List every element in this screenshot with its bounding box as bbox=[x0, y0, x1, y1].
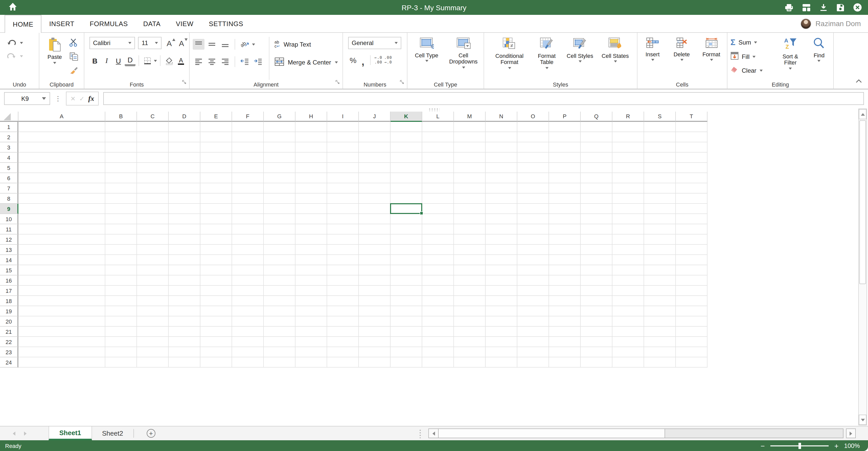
cell-F10[interactable] bbox=[232, 214, 264, 224]
cell-O15[interactable] bbox=[517, 265, 549, 275]
cut-icon[interactable] bbox=[69, 38, 78, 49]
merge-center-caret[interactable] bbox=[335, 61, 338, 63]
cell-E16[interactable] bbox=[200, 275, 232, 286]
cell-G15[interactable] bbox=[264, 265, 296, 275]
redo-button[interactable] bbox=[7, 53, 36, 59]
cell-N21[interactable] bbox=[486, 327, 517, 337]
cell-J8[interactable] bbox=[359, 194, 391, 204]
cell-G20[interactable] bbox=[264, 316, 296, 327]
cell-D11[interactable] bbox=[169, 224, 200, 234]
cell-T12[interactable] bbox=[676, 234, 708, 245]
vertical-scroll-thumb[interactable] bbox=[859, 120, 866, 284]
cell-D15[interactable] bbox=[169, 265, 200, 275]
cell-P2[interactable] bbox=[549, 132, 581, 142]
column-header-I[interactable]: I bbox=[327, 112, 359, 122]
cell-D14[interactable] bbox=[169, 255, 200, 265]
cell-B17[interactable] bbox=[105, 286, 137, 296]
cell-R17[interactable] bbox=[612, 286, 644, 296]
cell-T1[interactable] bbox=[676, 122, 708, 132]
cell-T3[interactable] bbox=[676, 142, 708, 152]
cell-G10[interactable] bbox=[264, 214, 296, 224]
cell-N17[interactable] bbox=[486, 286, 517, 296]
cell-I14[interactable] bbox=[327, 255, 359, 265]
align-left-button[interactable] bbox=[193, 56, 205, 67]
zoom-out-button[interactable]: − bbox=[761, 442, 765, 449]
cell-N5[interactable] bbox=[486, 163, 517, 173]
cell-B9[interactable] bbox=[105, 204, 137, 214]
cell-R9[interactable] bbox=[612, 204, 644, 214]
cell-I6[interactable] bbox=[327, 173, 359, 183]
cell-type-caret[interactable] bbox=[425, 60, 428, 62]
cell-D13[interactable] bbox=[169, 245, 200, 255]
cell-E9[interactable] bbox=[200, 204, 232, 214]
fill-color-button[interactable] bbox=[163, 55, 174, 66]
cell-F24[interactable] bbox=[232, 357, 264, 368]
font-name-select[interactable]: Calibri bbox=[89, 37, 135, 49]
save-icon[interactable] bbox=[836, 3, 844, 11]
cell-M1[interactable] bbox=[454, 122, 486, 132]
cell-I16[interactable] bbox=[327, 275, 359, 286]
cell-T6[interactable] bbox=[676, 173, 708, 183]
cell-type-button[interactable]: ⚙ Cell Type bbox=[411, 37, 442, 80]
cell-N1[interactable] bbox=[486, 122, 517, 132]
cell-M12[interactable] bbox=[454, 234, 486, 245]
paste-caret[interactable] bbox=[53, 62, 56, 64]
cell-P7[interactable] bbox=[549, 183, 581, 194]
cell-F7[interactable] bbox=[232, 183, 264, 194]
cell-A10[interactable] bbox=[19, 214, 105, 224]
cell-T21[interactable] bbox=[676, 327, 708, 337]
cell-S21[interactable] bbox=[644, 327, 676, 337]
cell-P21[interactable] bbox=[549, 327, 581, 337]
sort-filter-button[interactable]: AZ Sort & Filter bbox=[776, 37, 805, 80]
cell-I2[interactable] bbox=[327, 132, 359, 142]
cell-O18[interactable] bbox=[517, 296, 549, 306]
cell-T15[interactable] bbox=[676, 265, 708, 275]
cell-B14[interactable] bbox=[105, 255, 137, 265]
cell-A5[interactable] bbox=[19, 163, 105, 173]
cell-A3[interactable] bbox=[19, 142, 105, 152]
cell-T22[interactable] bbox=[676, 337, 708, 347]
cell-H2[interactable] bbox=[296, 132, 327, 142]
cell-J23[interactable] bbox=[359, 347, 391, 357]
cell-C12[interactable] bbox=[137, 234, 169, 245]
select-all-corner[interactable] bbox=[0, 112, 19, 122]
row-header-4[interactable]: 4 bbox=[0, 152, 19, 163]
cell-E15[interactable] bbox=[200, 265, 232, 275]
zoom-slider[interactable] bbox=[770, 445, 829, 446]
cell-L22[interactable] bbox=[422, 337, 454, 347]
cell-O20[interactable] bbox=[517, 316, 549, 327]
cell-P17[interactable] bbox=[549, 286, 581, 296]
align-right-button[interactable] bbox=[219, 56, 231, 67]
format-table-caret[interactable] bbox=[545, 67, 548, 69]
cell-C24[interactable] bbox=[137, 357, 169, 368]
cell-O1[interactable] bbox=[517, 122, 549, 132]
cell-P24[interactable] bbox=[549, 357, 581, 368]
scroll-down-button[interactable] bbox=[859, 415, 866, 425]
close-icon[interactable] bbox=[853, 3, 862, 12]
cell-F18[interactable] bbox=[232, 296, 264, 306]
cell-J4[interactable] bbox=[359, 152, 391, 163]
cell-H19[interactable] bbox=[296, 306, 327, 316]
tab-view[interactable]: VIEW bbox=[168, 15, 201, 32]
cell-C22[interactable] bbox=[137, 337, 169, 347]
increase-indent-button[interactable] bbox=[252, 56, 264, 67]
cell-R16[interactable] bbox=[612, 275, 644, 286]
cell-E4[interactable] bbox=[200, 152, 232, 163]
cell-L15[interactable] bbox=[422, 265, 454, 275]
cell-S13[interactable] bbox=[644, 245, 676, 255]
column-header-A[interactable]: A bbox=[19, 112, 105, 122]
zoom-in-button[interactable]: + bbox=[834, 442, 838, 449]
double-underline-button[interactable]: D bbox=[125, 55, 135, 66]
tab-formulas[interactable]: FORMULAS bbox=[82, 15, 135, 32]
cell-F17[interactable] bbox=[232, 286, 264, 296]
font-size-select[interactable]: 11 bbox=[138, 37, 161, 49]
cell-states-button[interactable]: Cell States bbox=[598, 37, 632, 80]
cell-M8[interactable] bbox=[454, 194, 486, 204]
cell-S3[interactable] bbox=[644, 142, 676, 152]
cell-G11[interactable] bbox=[264, 224, 296, 234]
row-header-6[interactable]: 6 bbox=[0, 173, 19, 183]
cell-L20[interactable] bbox=[422, 316, 454, 327]
column-header-J[interactable]: J bbox=[359, 112, 391, 122]
sheet-tab-sheet1[interactable]: Sheet1 bbox=[49, 426, 92, 440]
cell-L18[interactable] bbox=[422, 296, 454, 306]
